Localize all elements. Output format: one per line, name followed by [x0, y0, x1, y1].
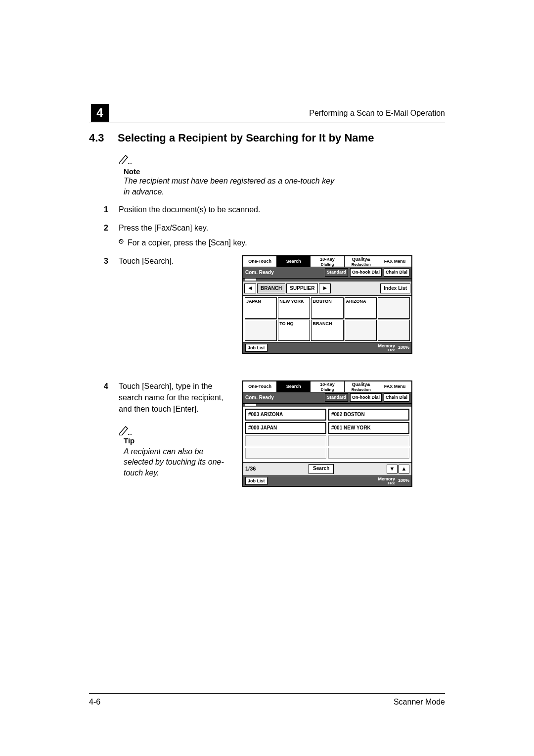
chain-dial-button[interactable]: Chain Dial: [384, 393, 409, 402]
step-1: 1 Position the document(s) to be scanned…: [104, 204, 445, 215]
result-japan[interactable]: #000 JAPAN: [245, 422, 326, 434]
step-3: 3 Touch [Search]. One-Touch Search 10-Ke…: [104, 255, 445, 354]
standard-button[interactable]: Standard: [325, 393, 348, 402]
job-list-button[interactable]: Job List: [245, 477, 267, 485]
result-empty[interactable]: [245, 448, 326, 459]
memory-label: MemoryFree: [378, 477, 395, 485]
memory-label: MemoryFree: [378, 344, 395, 352]
result-arizona[interactable]: #003 ARIZONA: [245, 409, 326, 421]
note-block: [119, 153, 445, 164]
index-tab-branch[interactable]: BRANCH: [257, 284, 285, 293]
svg-point-1: [130, 163, 131, 164]
tip-label: Tip: [124, 435, 232, 446]
footer-rule: [89, 693, 445, 694]
step-4: 4 Touch [Search], type in the search nam…: [104, 380, 445, 487]
panel1-index-row: ◄ BRANCH SUPPLIER ► Index List: [243, 282, 411, 296]
result-empty[interactable]: [328, 448, 409, 459]
onetouch-empty[interactable]: [345, 320, 377, 341]
onetouch-empty[interactable]: [378, 297, 410, 319]
chapter-badge: 4: [91, 104, 109, 122]
result-empty[interactable]: [245, 435, 326, 446]
onetouch-tohq[interactable]: TO HQ: [278, 320, 310, 341]
svg-point-5: [128, 434, 129, 435]
section-title: Selecting a Recipient by Searching for I…: [118, 132, 374, 144]
onhook-dial-button[interactable]: On-hook Dial: [350, 268, 382, 277]
tab-fax-menu[interactable]: FAX Menu: [378, 381, 411, 392]
tab-search[interactable]: Search: [277, 381, 311, 392]
panel2-search-bottom: 1/36 Search ▼ ▲: [243, 462, 411, 475]
step-4-num: 4: [104, 380, 119, 392]
step-2-sub: For a copier, press the [Scan] key.: [119, 237, 445, 248]
scroll-up-icon[interactable]: ▲: [399, 465, 409, 473]
tab-10key[interactable]: 10-KeyDialing: [311, 381, 344, 392]
tip-block: [119, 424, 232, 435]
step-3-text: Touch [Search].: [119, 255, 232, 267]
index-tab-supplier[interactable]: SUPPLIER: [286, 284, 318, 293]
step-2-text: Press the [Fax/Scan] key.: [119, 222, 445, 234]
step-2-sub-text: For a copier, press the [Scan] key.: [128, 237, 247, 248]
standard-button[interactable]: Standard: [325, 268, 348, 277]
panel1-job-row: Job List MemoryFree 100%: [243, 342, 411, 353]
tab-search[interactable]: Search: [277, 256, 311, 267]
svg-point-2: [131, 163, 132, 164]
tab-one-touch[interactable]: One-Touch: [243, 381, 277, 392]
panel1-tabs: One-Touch Search 10-KeyDialing Quality&R…: [243, 256, 411, 267]
pencil-icon: [119, 425, 132, 435]
onetouch-japan[interactable]: JAPAN: [245, 297, 277, 319]
step-4-text: Touch [Search], type in the search name …: [119, 380, 232, 415]
onetouch-branch[interactable]: BRANCH: [311, 320, 343, 341]
onetouch-empty[interactable]: [245, 320, 277, 341]
panel2-status-row: Com. Ready Standard On-hook Dial Chain D…: [243, 392, 411, 404]
index-list-button[interactable]: Index List: [380, 284, 410, 293]
cursor-indicator: [245, 404, 256, 406]
panel2-job-row: Job List MemoryFree 100%: [243, 475, 411, 486]
chain-dial-button[interactable]: Chain Dial: [384, 268, 409, 277]
job-list-button[interactable]: Job List: [245, 344, 267, 352]
onetouch-boston[interactable]: BOSTON: [311, 297, 343, 319]
step-3-num: 3: [104, 255, 119, 267]
svg-line-4: [120, 240, 122, 242]
tab-fax-menu[interactable]: FAX Menu: [378, 256, 411, 267]
tab-quality[interactable]: Quality&Reduction: [345, 256, 378, 267]
onhook-dial-button[interactable]: On-hook Dial: [350, 393, 382, 402]
note-label: Note: [124, 167, 445, 176]
tab-quality[interactable]: Quality&Reduction: [345, 381, 378, 392]
running-header: Performing a Scan to E-Mail Operation: [309, 109, 445, 118]
svg-point-0: [128, 163, 129, 164]
svg-point-6: [130, 434, 131, 435]
scroll-down-icon[interactable]: ▼: [387, 465, 398, 473]
tab-one-touch[interactable]: One-Touch: [243, 256, 277, 267]
content: 4.3Selecting a Recipient by Searching fo…: [89, 129, 445, 494]
cursor-indicator: [245, 279, 256, 281]
note-text: The recipient must have been registered …: [124, 176, 336, 197]
com-ready-label: Com. Ready: [245, 269, 323, 277]
onetouch-newyork[interactable]: NEW YORK: [278, 297, 310, 319]
panel2-results: #003 ARIZONA #002 BOSTON #000 JAPAN #001…: [243, 407, 411, 462]
onetouch-arizona[interactable]: ARIZONA: [345, 297, 377, 319]
index-left-arrow-icon[interactable]: ◄: [244, 284, 256, 293]
step-1-num: 1: [104, 204, 119, 215]
memory-percent: 100%: [398, 344, 409, 351]
hollow-bullet-icon: [119, 237, 128, 245]
result-newyork[interactable]: #001 NEW YORK: [328, 422, 409, 434]
section-heading: 4.3Selecting a Recipient by Searching fo…: [89, 132, 445, 144]
result-empty[interactable]: [328, 435, 409, 446]
svg-point-7: [131, 434, 132, 435]
index-right-arrow-icon[interactable]: ►: [319, 284, 331, 293]
pencil-icon: [119, 153, 132, 164]
onetouch-empty[interactable]: [378, 320, 410, 341]
fax-panel-index: One-Touch Search 10-KeyDialing Quality&R…: [242, 255, 412, 354]
page-number: 4-6: [89, 698, 100, 707]
panel1-grid: JAPAN NEW YORK BOSTON ARIZONA TO HQ BRAN…: [243, 296, 411, 342]
footer-title: Scanner Mode: [394, 698, 445, 707]
search-button[interactable]: Search: [309, 464, 334, 474]
fax-panel-search: One-Touch Search 10-KeyDialing Quality&R…: [242, 380, 412, 487]
header-rule: [89, 123, 445, 123]
page: 4 Performing a Scan to E-Mail Operation …: [0, 0, 534, 756]
steps: 1 Position the document(s) to be scanned…: [104, 204, 445, 487]
tab-10key[interactable]: 10-KeyDialing: [311, 256, 344, 267]
memory-percent: 100%: [398, 477, 409, 484]
panel2-tabs: One-Touch Search 10-KeyDialing Quality&R…: [243, 381, 411, 392]
section-number: 4.3: [89, 132, 118, 144]
result-boston[interactable]: #002 BOSTON: [328, 409, 409, 421]
